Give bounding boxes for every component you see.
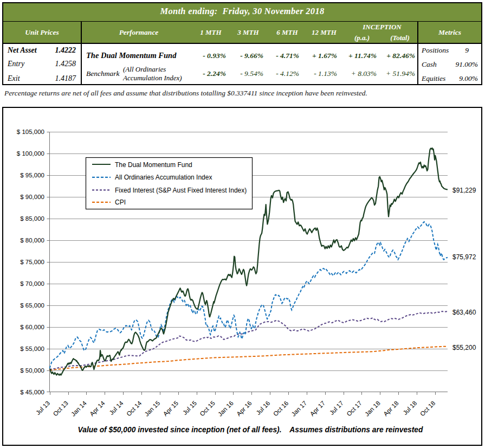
- svg-text:Jul 18: Jul 18: [402, 400, 418, 416]
- svg-text:Apr 16: Apr 16: [235, 400, 253, 417]
- svg-text:Value of $50,000 invested sin: Value of $50,000 invested since inceptio…: [78, 426, 423, 434]
- svg-text:$75,972: $75,972: [452, 253, 476, 261]
- svg-text:Jan 15: Jan 15: [143, 400, 161, 418]
- svg-text:$91,229: $91,229: [452, 187, 476, 194]
- svg-text:Jul 17: Jul 17: [328, 400, 345, 416]
- svg-text:$ 85,000: $ 85,000: [20, 215, 44, 222]
- svg-text:Apr 17: Apr 17: [309, 400, 326, 417]
- svg-text:Jul 16: Jul 16: [255, 400, 271, 416]
- svg-text:All Ordinaries Accumulation In: All Ordinaries Accumulation Index: [115, 174, 212, 181]
- svg-text:$ 70,000: $ 70,000: [20, 280, 44, 287]
- svg-text:$ 55,000: $ 55,000: [20, 345, 44, 352]
- svg-text:Jan 18: Jan 18: [364, 400, 381, 418]
- svg-text:$ 95,000: $ 95,000: [20, 172, 44, 178]
- svg-text:Jul 14: Jul 14: [108, 400, 125, 417]
- svg-text:Oct 15: Oct 15: [198, 400, 216, 417]
- svg-text:Oct 17: Oct 17: [345, 400, 363, 417]
- svg-text:$ 50,000: $ 50,000: [20, 367, 44, 374]
- svg-text:$ 60,000: $ 60,000: [20, 324, 44, 330]
- svg-text:$55,200: $55,200: [452, 344, 476, 351]
- svg-text:$ 80,000: $ 80,000: [20, 237, 44, 244]
- svg-text:Oct 14: Oct 14: [125, 400, 143, 418]
- svg-text:$ 65,000: $ 65,000: [20, 302, 44, 309]
- svg-text:$ 105,000: $ 105,000: [17, 129, 44, 135]
- svg-text:$ 75,000: $ 75,000: [20, 259, 44, 265]
- svg-text:$ 45,000: $ 45,000: [20, 389, 44, 395]
- svg-text:Apr 18: Apr 18: [382, 400, 399, 417]
- svg-text:$63,460: $63,460: [452, 309, 476, 316]
- svg-text:Jul 15: Jul 15: [182, 400, 198, 416]
- svg-text:The Dual Momentum Fund: The Dual Momentum Fund: [115, 161, 192, 169]
- svg-text:Oct 16: Oct 16: [272, 400, 289, 417]
- svg-text:Oct 13: Oct 13: [52, 400, 69, 417]
- svg-text:Apr 15: Apr 15: [162, 400, 179, 417]
- svg-text:Apr 14: Apr 14: [88, 400, 106, 418]
- svg-text:Oct 18: Oct 18: [419, 400, 436, 417]
- svg-text:$ 90,000: $ 90,000: [20, 194, 44, 200]
- svg-text:Jan 17: Jan 17: [290, 400, 308, 418]
- svg-text:Fixed Interest (S&P Aust Fixed: Fixed Interest (S&P Aust Fixed Interest …: [115, 187, 247, 194]
- svg-text:Jan 16: Jan 16: [217, 400, 235, 418]
- svg-text:$ 100,000: $ 100,000: [17, 150, 44, 157]
- svg-text:Jul 13: Jul 13: [35, 400, 51, 416]
- svg-text:Jan 14: Jan 14: [70, 400, 88, 418]
- svg-text:CPI: CPI: [115, 199, 126, 206]
